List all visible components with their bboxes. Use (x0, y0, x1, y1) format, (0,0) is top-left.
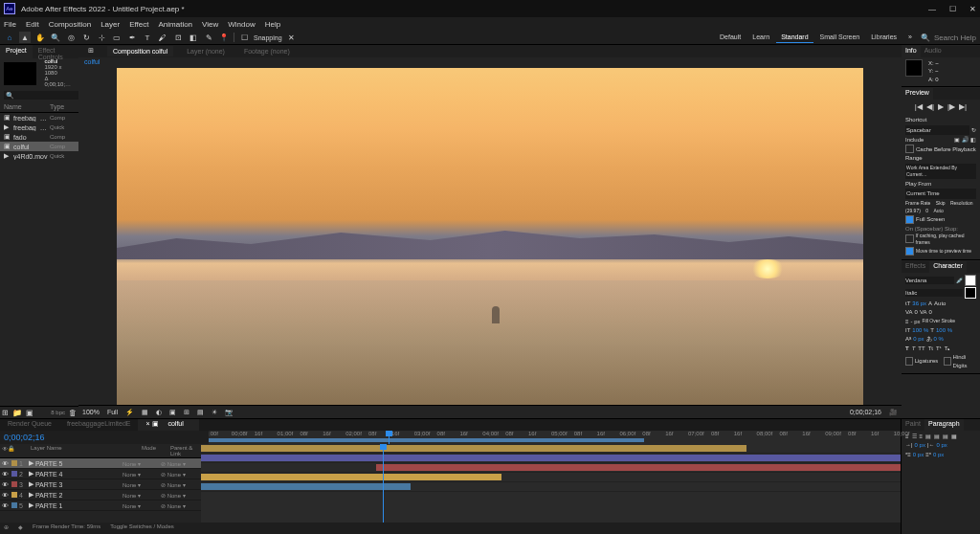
orbit-tool[interactable]: ◎ (65, 32, 77, 43)
delete-icon[interactable]: 🗑 (69, 409, 77, 417)
shape-tool[interactable]: ▭ (111, 32, 122, 43)
workspace-learn[interactable]: Learn (747, 32, 774, 43)
menu-window[interactable]: Window (228, 20, 255, 29)
visibility-toggle[interactable]: 👁 (2, 471, 10, 478)
puppet-tool[interactable]: 📍 (218, 32, 230, 43)
zoom-dropdown[interactable]: 100% (82, 409, 100, 415)
layer-bar[interactable] (201, 445, 746, 452)
layer-row[interactable]: 👁4▶ PARTE 2None ▾⊘ None ▾ (0, 490, 201, 501)
work-area[interactable] (209, 438, 644, 442)
workspace-small[interactable]: Small Screen (815, 32, 865, 43)
tl-keyframe-icon[interactable]: ◆ (18, 523, 23, 533)
region-icon[interactable]: ▣ (169, 409, 176, 416)
zoom-tool[interactable]: 🔍 (50, 32, 61, 43)
playhead-line[interactable] (383, 444, 384, 523)
composition-tab[interactable]: Composition colful (107, 46, 173, 56)
new-comp-icon[interactable]: ▣ (26, 409, 33, 417)
reset-exposure-icon[interactable]: ☀ (212, 409, 217, 416)
audio-tab[interactable]: Audio (921, 46, 946, 57)
workspace-standard[interactable]: Standard (776, 32, 813, 43)
selection-tool[interactable]: ▲ (19, 32, 31, 43)
visibility-toggle[interactable]: 👁 (2, 481, 10, 488)
visibility-toggle[interactable]: 👁 (2, 460, 10, 467)
eyedropper-icon[interactable]: 💉 (956, 277, 963, 284)
playfrom-dropdown[interactable]: Current Time (905, 189, 976, 198)
project-tab[interactable]: Project (0, 45, 33, 58)
effects-tab[interactable]: Effects (902, 261, 929, 273)
rotation-tool[interactable]: ↻ (80, 32, 92, 43)
footage-tab[interactable]: Footage (none) (238, 46, 296, 56)
track-row[interactable] (201, 463, 901, 473)
prev-frame-button[interactable]: ◀| (926, 102, 934, 111)
clone-tool[interactable]: ⊡ (172, 32, 184, 43)
project-search[interactable] (4, 91, 78, 100)
timeline-timecode[interactable]: 0;00;02;16 (4, 433, 45, 442)
project-item[interactable]: ▣colfulComp (0, 142, 78, 151)
new-folder-icon[interactable]: 📁 (12, 409, 22, 417)
playhead[interactable] (389, 431, 390, 444)
layer-tab[interactable]: Layer (none) (181, 46, 231, 56)
layer-row[interactable]: 👁1▶ PARTE 5None ▾⊘ None ▾ (0, 458, 201, 469)
stroke-field[interactable]: - px (911, 318, 921, 325)
italic-button[interactable]: T (912, 345, 916, 352)
guides-icon[interactable]: ⊞ (184, 409, 189, 416)
snapping-checkbox[interactable]: ☐ (238, 32, 250, 43)
font-dropdown[interactable]: Verdana (905, 277, 954, 284)
tracking-field[interactable]: 0 (928, 308, 931, 316)
layer-bar[interactable] (201, 483, 411, 490)
menu-edit[interactable]: Edit (26, 20, 39, 29)
timeline-tab-2[interactable]: × ▣ colful (138, 419, 198, 431)
project-item[interactable]: ▶freebag_UnsouQuick (0, 122, 78, 132)
justify-center-button[interactable]: ▤ (934, 433, 940, 440)
maximize-button[interactable]: ☐ (949, 5, 956, 13)
menu-layer[interactable]: Layer (100, 20, 120, 29)
include-overlay-icon[interactable]: ◧ (970, 136, 976, 144)
next-frame-button[interactable]: |▶ (947, 102, 955, 111)
search-help[interactable]: 🔍 Search Help (921, 33, 976, 42)
indent-left-field[interactable]: 0 px (915, 441, 925, 449)
anchor-tool[interactable]: ⊹ (96, 32, 107, 43)
ifcaching-checkbox[interactable] (905, 234, 914, 243)
project-item[interactable]: ▣fadoComp (0, 132, 78, 142)
trkmat-dropdown[interactable]: ⊘ None ▾ (161, 492, 199, 499)
trkmat-dropdown[interactable]: ⊘ None ▾ (161, 471, 199, 478)
viewer-timecode[interactable]: 0;00;02;16 (850, 409, 881, 415)
framerate-dropdown[interactable]: (29.97) (905, 208, 921, 214)
paint-tab[interactable]: Paint (902, 419, 924, 431)
tsume-field[interactable]: 0 % (934, 335, 944, 343)
visibility-toggle[interactable]: 👁 (2, 502, 10, 509)
justify-right-button[interactable]: ▤ (943, 433, 948, 440)
vscale-field[interactable]: 100 % (912, 326, 928, 334)
track-row[interactable] (201, 482, 901, 492)
fullscreen-checkbox[interactable] (905, 215, 914, 224)
col-layername[interactable]: Layer Name (31, 445, 142, 456)
blend-mode-dropdown[interactable]: None ▾ (122, 471, 161, 478)
layer-bar[interactable] (376, 464, 901, 471)
first-frame-button[interactable]: |◀ (915, 102, 923, 111)
justify-left-button[interactable]: ▤ (925, 433, 931, 440)
trkmat-dropdown[interactable]: ⊘ None ▾ (161, 502, 199, 509)
fill-swatch[interactable] (965, 275, 976, 286)
track-row[interactable] (201, 444, 901, 454)
visibility-toggle[interactable]: 👁 (2, 492, 10, 499)
blend-mode-dropdown[interactable]: None ▾ (122, 502, 161, 509)
timeline-ruler[interactable]: :00f00;08f16f01;00f08f16f02;00f08f16f03;… (209, 431, 901, 444)
workspace-default[interactable]: Default (715, 32, 746, 43)
space-after-field[interactable]: 0 px (933, 451, 944, 458)
blend-mode-dropdown[interactable]: None ▾ (122, 481, 161, 488)
fast-preview-icon[interactable]: ⚡ (125, 409, 134, 416)
camera-icon[interactable]: 🎥 (889, 409, 898, 416)
pen-tool[interactable]: ✒ (126, 32, 138, 43)
menu-file[interactable]: File (4, 20, 16, 29)
col-mode[interactable]: Mode (142, 445, 170, 456)
label-color[interactable] (11, 492, 17, 498)
menu-effect[interactable]: Effect (129, 20, 148, 29)
layer-bar[interactable] (201, 455, 901, 461)
loop-icon[interactable]: ↻ (971, 126, 976, 134)
track-row[interactable] (201, 473, 901, 482)
superscript-button[interactable]: T¹ (936, 345, 942, 352)
project-item[interactable]: ▣freebag_UntitlComp (0, 113, 78, 122)
resolution-dropdown[interactable]: Full (107, 409, 118, 415)
align-right-button[interactable]: ≡ (920, 433, 924, 440)
play-button[interactable]: ▶ (938, 102, 944, 111)
